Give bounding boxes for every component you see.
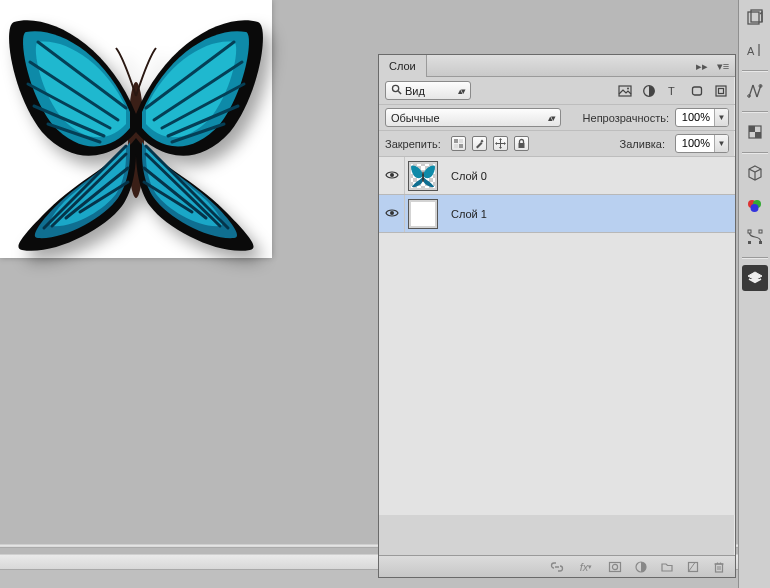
canvas[interactable] (0, 0, 272, 258)
fill-value: 100% (676, 135, 714, 152)
layer-thumbnail[interactable] (408, 161, 438, 191)
svg-point-16 (390, 173, 394, 177)
chevron-updown-icon: ▴▾ (455, 86, 467, 96)
svg-line-34 (753, 85, 757, 97)
svg-rect-8 (716, 86, 726, 96)
right-toolbar: A (738, 0, 770, 588)
svg-text:A: A (747, 45, 755, 57)
layer-row[interactable]: Слой 1 (379, 195, 735, 233)
lock-pixels-icon[interactable] (451, 136, 466, 151)
separator (742, 152, 768, 153)
group-icon[interactable] (659, 559, 675, 575)
styles-icon[interactable] (742, 119, 768, 145)
layers-list: Слой 0 Слой 1 (379, 157, 735, 515)
eye-icon[interactable] (385, 208, 399, 220)
history-icon[interactable] (742, 5, 768, 31)
panel-titlebar[interactable]: Слои ▸▸ ▾≡ (379, 55, 735, 77)
svg-rect-45 (759, 230, 762, 233)
blend-mode-dropdown[interactable]: Обычные ▴▾ (385, 108, 561, 127)
chevron-updown-icon: ▴▾ (545, 113, 557, 123)
svg-rect-23 (716, 564, 723, 572)
svg-rect-44 (748, 230, 751, 233)
fx-icon[interactable]: fx▾ (575, 559, 597, 575)
mask-icon[interactable] (607, 559, 623, 575)
svg-rect-7 (693, 87, 702, 95)
svg-rect-39 (749, 126, 755, 132)
search-icon (391, 84, 402, 97)
lock-fill-row: Закрепить: Заливка: 100% ▼ (379, 131, 735, 157)
layer-row[interactable]: Слой 0 (379, 157, 735, 195)
lock-label: Закрепить: (385, 138, 441, 150)
collapse-icon[interactable]: ▸▸ (693, 57, 711, 75)
paths-icon[interactable] (742, 224, 768, 250)
panel-tab-layers[interactable]: Слои (379, 55, 427, 77)
type-filter-icon[interactable]: T (665, 83, 681, 99)
opacity-input[interactable]: 100% ▼ (675, 108, 729, 127)
panel-menu-icon[interactable]: ▾≡ (714, 57, 732, 75)
character-icon[interactable]: A (742, 37, 768, 63)
adjustments-icon[interactable] (742, 78, 768, 104)
smart-filter-icon[interactable] (713, 83, 729, 99)
image-filter-icon[interactable] (617, 83, 633, 99)
link-icon[interactable] (549, 559, 565, 575)
fill-input[interactable]: 100% ▼ (675, 134, 729, 153)
svg-rect-47 (759, 241, 762, 244)
butterfly-art (8, 4, 264, 252)
chevron-down-icon[interactable]: ▼ (714, 135, 728, 152)
new-layer-icon[interactable] (685, 559, 701, 575)
separator (742, 111, 768, 112)
adjust-filter-icon[interactable] (641, 83, 657, 99)
opacity-value: 100% (676, 109, 714, 126)
separator (742, 70, 768, 71)
layer-name[interactable]: Слой 1 (441, 208, 487, 220)
chevron-down-icon[interactable]: ▼ (714, 109, 728, 126)
svg-rect-10 (454, 139, 458, 143)
fill-label: Заливка: (620, 138, 665, 150)
svg-point-20 (612, 564, 617, 569)
layer-thumbnail[interactable] (408, 199, 438, 229)
lock-all-icon[interactable] (514, 136, 529, 151)
3d-icon[interactable] (742, 160, 768, 186)
filter-kind-dropdown[interactable]: Вид ▴▾ (385, 81, 471, 100)
filter-kind-label: Вид (405, 85, 455, 97)
color-icon[interactable] (742, 192, 768, 218)
opacity-label: Непрозрачность: (583, 112, 669, 124)
lock-brush-icon[interactable] (472, 136, 487, 151)
separator (742, 257, 768, 258)
eye-icon[interactable] (385, 170, 399, 182)
svg-rect-15 (518, 143, 524, 148)
svg-rect-9 (719, 88, 724, 93)
blend-opacity-row: Обычные ▴▾ Непрозрачность: 100% ▼ (379, 105, 735, 131)
layers-panel: Слои ▸▸ ▾≡ Вид ▴▾ T Обычные ▴▾ Непрозрач… (378, 54, 736, 578)
panel-footer: fx▾ (379, 555, 735, 577)
adjustment-layer-icon[interactable] (633, 559, 649, 575)
svg-rect-13 (459, 144, 463, 148)
svg-rect-3 (619, 86, 631, 96)
svg-line-2 (398, 91, 401, 94)
blend-mode-value: Обычные (391, 112, 545, 124)
svg-point-43 (750, 204, 758, 212)
svg-rect-11 (459, 139, 463, 143)
layers-icon[interactable] (742, 265, 768, 291)
svg-rect-46 (748, 241, 751, 244)
svg-text:T: T (668, 85, 675, 97)
shape-filter-icon[interactable] (689, 83, 705, 99)
svg-point-4 (627, 87, 629, 89)
layer-name[interactable]: Слой 0 (441, 170, 487, 182)
svg-rect-12 (454, 144, 458, 148)
trash-icon[interactable] (711, 559, 727, 575)
layer-filter-row: Вид ▴▾ T (379, 77, 735, 105)
svg-point-1 (392, 85, 398, 91)
svg-point-18 (390, 211, 394, 215)
lock-move-icon[interactable] (493, 136, 508, 151)
svg-rect-40 (755, 132, 761, 138)
